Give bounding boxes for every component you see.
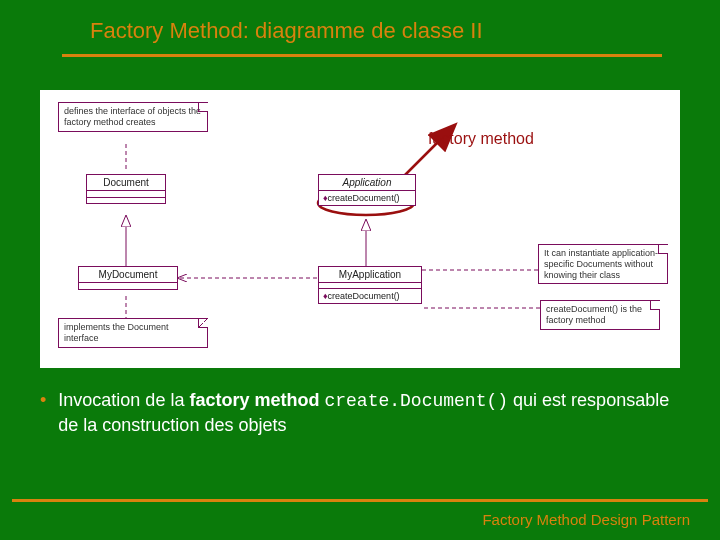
class-name: MyDocument	[79, 267, 177, 283]
bullet-dot-icon: •	[40, 388, 46, 438]
note-fold-icon	[198, 102, 208, 112]
note-text: defines the interface of objects the fac…	[64, 106, 201, 127]
note-fold-icon	[658, 244, 668, 254]
class-name: MyApplication	[319, 267, 421, 283]
class-application: Application ♦createDocument()	[318, 174, 416, 206]
bullet-text: Invocation de la factory method create.D…	[58, 388, 680, 438]
note-concrete-creator-role: createDocument() is the factory method	[540, 300, 660, 330]
annotation-factory-method: factory method	[428, 130, 534, 148]
slide-title: Factory Method: diagramme de classe II	[90, 18, 483, 44]
note-product-definition: defines the interface of objects the fac…	[58, 102, 208, 132]
text-code: create.Document()	[324, 391, 508, 411]
class-my-document: MyDocument	[78, 266, 178, 290]
note-text: createDocument() is the factory method	[546, 304, 642, 325]
class-operation: ♦createDocument()	[319, 191, 415, 205]
footer-rule	[12, 499, 708, 502]
class-operation: ♦createDocument()	[319, 289, 421, 303]
note-creator-role: It can instantiate application-specific …	[538, 244, 668, 284]
title-rule	[62, 54, 662, 57]
note-fold-icon	[198, 318, 208, 328]
class-name: Document	[87, 175, 165, 191]
note-text: implements the Document interface	[64, 322, 169, 343]
class-diagram: defines the interface of objects the fac…	[40, 90, 680, 368]
note-concrete-product: implements the Document interface	[58, 318, 208, 348]
text-bold: factory method	[189, 390, 324, 410]
footer-text: Factory Method Design Pattern	[482, 511, 690, 528]
class-compartment	[79, 283, 177, 289]
bullet-item: • Invocation de la factory method create…	[40, 388, 680, 438]
note-text: It can instantiate application-specific …	[544, 248, 658, 280]
class-document: Document	[86, 174, 166, 204]
bullet-list: • Invocation de la factory method create…	[40, 388, 680, 438]
class-my-application: MyApplication ♦createDocument()	[318, 266, 422, 304]
class-compartment	[87, 197, 165, 203]
text-run: Invocation de la	[58, 390, 189, 410]
class-name: Application	[319, 175, 415, 191]
note-fold-icon	[650, 300, 660, 310]
